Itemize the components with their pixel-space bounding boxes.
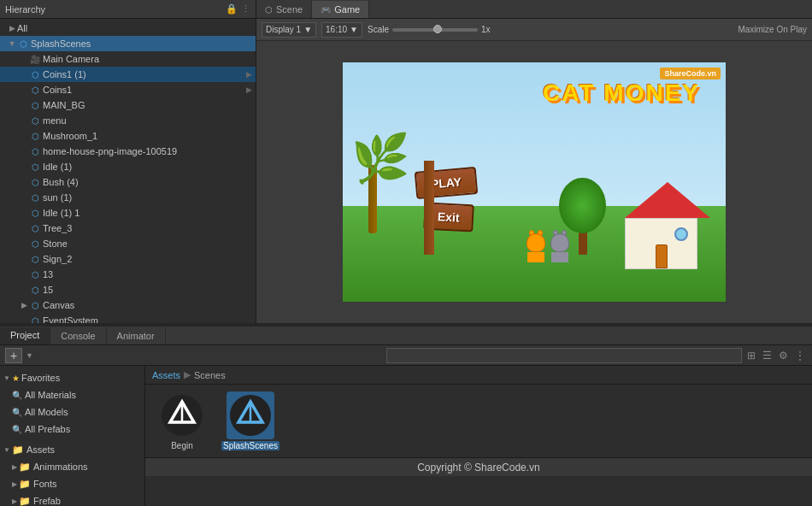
hierarchy-item-canvas[interactable]: ▶ ⬡ Canvas	[0, 297, 256, 313]
hierarchy-item-eventsystem[interactable]: ▶ ⬡ EventSystem	[0, 313, 256, 323]
aspect-dropdown[interactable]: 16:10 ▼	[321, 22, 362, 38]
game-viewport: CAT MONEY 🌿 PLAY Exit	[256, 41, 812, 323]
hierarchy-splashscenes-label: SplashScenes	[31, 38, 91, 49]
house	[625, 182, 710, 269]
hierarchy-item-mainbg[interactable]: ▶ ⬡ MAIN_BG	[0, 97, 256, 113]
gameobj-icon13: ⬡	[29, 238, 41, 250]
asset-begin[interactable]: Begin	[152, 391, 212, 450]
display-dropdown[interactable]: Display 1 ▼	[262, 22, 316, 38]
list-view-icon[interactable]: ☰	[761, 348, 774, 363]
house-body	[625, 218, 697, 269]
all-materials-item[interactable]: 🔍 All Materials	[0, 386, 144, 403]
hierarchy-label: Hierarchy	[5, 4, 45, 15]
hierarchy-item-homehouse[interactable]: ▶ ⬡ home-house-png-image-100519	[0, 144, 256, 159]
scale-section: Scale 1x	[368, 25, 491, 34]
aspect-label: 16:10	[326, 25, 347, 34]
scale-slider-thumb	[433, 25, 442, 33]
breadcrumb-root[interactable]: Assets	[152, 370, 180, 380]
hierarchy-item-idle1[interactable]: ▶ ⬡ Idle (1)	[0, 159, 256, 174]
hierarchy-item-menu[interactable]: ▶ ⬡ menu	[0, 113, 256, 128]
hierarchy-mainbg-label: MAIN_BG	[43, 100, 85, 110]
hierarchy-item-stone[interactable]: ▶ ⬡ Stone	[0, 236, 256, 251]
hierarchy-idle1-label: Idle (1)	[43, 162, 72, 172]
assets-section[interactable]: ▼ 📁 Assets	[0, 441, 144, 458]
menu-icon[interactable]: ⋮	[241, 3, 250, 15]
hierarchy-item-tree3[interactable]: ▶ ⬡ Tree_3	[0, 221, 256, 236]
hierarchy-item-splashscenes[interactable]: ▼ ⬡ SplashScenes ⋮	[0, 36, 256, 51]
tab-game[interactable]: 🎮 Game	[312, 1, 369, 18]
game-tab-icon: 🎮	[321, 5, 331, 15]
hierarchy-panel: Hierarchy 🔒 ⋮ ▶ All ▼ ⬡ SplashScenes ⋮ ▶	[0, 0, 256, 323]
hierarchy-item-coins1[interactable]: ▶ ⬡ Coins1 (1) ▶	[0, 67, 256, 82]
hierarchy-all-label: All	[17, 23, 27, 33]
more-icon[interactable]: ⋮	[793, 348, 807, 363]
fonts-folder-icon: 📁	[19, 479, 31, 490]
character-orange	[527, 233, 545, 259]
game-canvas: CAT MONEY 🌿 PLAY Exit	[343, 62, 726, 302]
tab-animator[interactable]: Animator	[107, 327, 166, 344]
hierarchy-item-idle1b[interactable]: ▶ ⬡ Idle (1) 1	[0, 205, 256, 221]
settings-icon[interactable]: ⚙	[777, 348, 790, 363]
all-prefabs-item[interactable]: 🔍 All Prefabs	[0, 421, 144, 438]
hierarchy-item-sun[interactable]: ▶ ⬡ sun (1)	[0, 190, 256, 205]
hierarchy-item-bush[interactable]: ▶ ⬡ Bush (4)	[0, 174, 256, 190]
animmations-item[interactable]: ▶ 📁 Animmations	[0, 458, 144, 475]
lock-icon[interactable]: 🔒	[226, 3, 238, 15]
hierarchy-homehouse-label: home-house-png-image-100519	[43, 146, 177, 156]
all-prefabs-label: All Prefabs	[25, 424, 70, 434]
tab-game-label: Game	[334, 4, 360, 15]
hierarchy-item-15[interactable]: ▶ ⬡ 15	[0, 282, 256, 297]
bottom-panel: Project Console Animator + ▼ ⊞ ☰ ⚙ ⋮ ▼ ★…	[0, 327, 812, 506]
grid-view-icon[interactable]: ⊞	[745, 348, 757, 363]
hierarchy-bush-label: Bush (4)	[43, 177, 79, 187]
hierarchy-item-coins1b[interactable]: ▶ ⬡ Coins1 ▶	[0, 82, 256, 97]
scale-slider[interactable]	[392, 28, 478, 32]
fonts-item[interactable]: ▶ 📁 Fonts	[0, 475, 144, 492]
gameobj-icon3: ⬡	[29, 84, 41, 96]
tab-scene[interactable]: ⬡ Scene	[256, 1, 312, 18]
bottom-toolbar: + ▼ ⊞ ☰ ⚙ ⋮	[0, 345, 812, 366]
favorites-label: Favorites	[21, 373, 60, 383]
character-grey	[550, 233, 569, 259]
gameobj-icon: 🎥	[29, 53, 41, 65]
cat-ear-left	[529, 230, 534, 235]
animmations-label: Animmations	[33, 462, 88, 472]
characters-group	[527, 233, 569, 259]
maximize-button[interactable]: Maximize On Play	[738, 25, 807, 34]
hierarchy-item-13[interactable]: ▶ ⬡ 13	[0, 267, 256, 282]
aspect-arrow: ▼	[350, 25, 358, 34]
scale-label: Scale	[368, 25, 389, 34]
animmations-folder-icon: 📁	[19, 462, 31, 473]
bottom-content: ▼ ★ Favorites 🔍 All Materials 🔍 All Mode…	[0, 366, 812, 506]
tab-project[interactable]: Project	[0, 327, 50, 344]
tab-console[interactable]: Console	[50, 327, 106, 344]
search-icon: 🔍	[12, 391, 22, 400]
gameobj-icon14: ⬡	[29, 253, 41, 265]
hierarchy-item-mushroom[interactable]: ▶ ⬡ Mushroom_1	[0, 128, 256, 144]
house-door	[656, 244, 668, 268]
gameobj-icon8: ⬡	[29, 161, 41, 173]
gameobj-icon18: ⬡	[29, 315, 41, 323]
scale-value: 1x	[481, 25, 491, 34]
gameobj-icon15: ⬡	[29, 268, 41, 280]
project-search-input[interactable]	[386, 348, 742, 363]
hierarchy-item-maincamera[interactable]: ▶ 🎥 Main Camera	[0, 51, 256, 67]
sharecode-watermark: ShareCode.vn	[660, 68, 721, 79]
asset-splashscenes[interactable]: SplashScenes	[221, 391, 280, 450]
add-button[interactable]: +	[5, 348, 22, 363]
cat2-ear-left	[553, 230, 558, 235]
hierarchy-sign2-label: Sign_2	[43, 254, 72, 264]
cat2-body	[551, 252, 568, 262]
favorites-section[interactable]: ▼ ★ Favorites	[0, 369, 144, 386]
hierarchy-mushroom-label: Mushroom_1	[43, 131, 97, 141]
gameobj-icon2: ⬡	[29, 68, 41, 80]
all-models-item[interactable]: 🔍 All Models	[0, 403, 144, 421]
scene-game-panel: ⬡ Scene 🎮 Game Display 1 ▼ 16:10 ▼ Scale	[256, 0, 812, 323]
favorites-star-icon: ★	[12, 374, 20, 383]
tab-scene-label: Scene	[276, 4, 303, 15]
hierarchy-coins1-label: Coins1 (1)	[43, 69, 86, 79]
hierarchy-item-sign2[interactable]: ▶ ⬡ Sign_2	[0, 251, 256, 267]
dropdown-arrow-small: ▼	[26, 351, 33, 360]
hierarchy-item-all[interactable]: ▶ All	[0, 21, 256, 36]
frefab-item[interactable]: ▶ 📁 Frefab	[0, 492, 144, 506]
